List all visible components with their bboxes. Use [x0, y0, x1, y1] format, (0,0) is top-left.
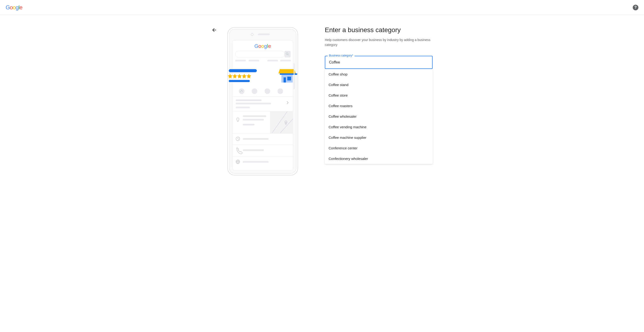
main-content: Google [0, 15, 644, 188]
svg-rect-41 [243, 149, 264, 151]
svg-rect-28 [236, 107, 250, 108]
form-column: Enter a business category Help customers… [325, 26, 432, 176]
svg-rect-10 [235, 60, 246, 62]
page-title: Enter a business category [325, 26, 432, 34]
page-subtitle: Help customers discover your business by… [325, 38, 432, 47]
dropdown-item[interactable]: Coffee stand [325, 80, 432, 90]
svg-point-21 [239, 88, 244, 94]
svg-rect-12 [268, 60, 278, 62]
svg-rect-18 [287, 77, 291, 80]
svg-rect-34 [243, 115, 266, 117]
svg-rect-6 [235, 51, 284, 58]
dropdown-item[interactable]: Conference center [325, 143, 432, 153]
dropdown-item[interactable]: Coffee vending machine [325, 122, 432, 132]
back-arrow-icon[interactable] [212, 27, 217, 33]
google-logo[interactable]: Google [6, 4, 22, 11]
svg-rect-27 [236, 103, 271, 104]
dropdown-item[interactable]: Coffee wholesaler [325, 111, 432, 122]
svg-rect-3 [258, 34, 270, 35]
svg-rect-36 [243, 124, 254, 125]
input-label: Business category* [328, 54, 354, 57]
svg-rect-39 [243, 138, 268, 140]
autocomplete-dropdown: Coffee shop Coffee stand Coffee store Co… [325, 69, 432, 164]
svg-rect-19 [284, 77, 286, 83]
svg-rect-26 [236, 99, 262, 101]
dropdown-item[interactable]: Coffee machine supplier [325, 132, 432, 143]
dropdown-item[interactable]: Coffee shop [325, 69, 432, 80]
dropdown-item[interactable]: Coffee roasters [325, 101, 432, 111]
phone-mockup-illustration: Google [226, 26, 299, 176]
category-input-wrapper: Business category* Coffee shop Coffee st… [325, 56, 432, 69]
svg-rect-16 [229, 80, 250, 82]
svg-rect-35 [243, 119, 264, 121]
svg-rect-15 [229, 69, 257, 72]
svg-rect-13 [280, 60, 291, 62]
svg-point-22 [252, 88, 257, 94]
dropdown-item[interactable]: Confectionery wholesaler [325, 153, 432, 164]
svg-text:Google: Google [254, 43, 271, 49]
svg-rect-46 [243, 161, 268, 163]
svg-point-33 [286, 121, 286, 122]
svg-point-24 [278, 88, 283, 94]
header: Google ? [0, 0, 644, 15]
left-column: Google [212, 26, 299, 176]
help-icon[interactable]: ? [633, 5, 638, 10]
dropdown-item[interactable]: Coffee store [325, 90, 432, 101]
svg-point-23 [264, 88, 270, 94]
business-category-input[interactable] [325, 56, 432, 69]
svg-rect-7 [284, 51, 290, 58]
svg-rect-11 [249, 60, 259, 62]
svg-rect-47 [294, 63, 294, 89]
